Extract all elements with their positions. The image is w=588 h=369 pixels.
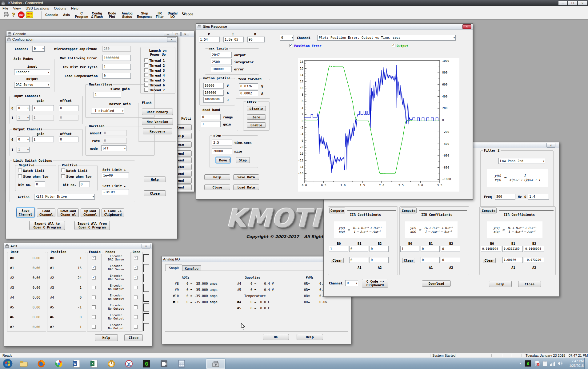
plot-type-select[interactable]: Plot: Position Error, Output vs Time, se…	[317, 35, 456, 41]
thread2-checkbox[interactable]	[144, 63, 148, 67]
toolbar-config-flash-button[interactable]: Config& Flash	[90, 11, 104, 19]
p-field[interactable]: 1.54	[199, 37, 220, 42]
motion-v-field[interactable]: 30000	[203, 83, 224, 89]
toolbar-c-program-button[interactable]: CProgram	[74, 11, 89, 19]
iir1-clear-button[interactable]: Clear	[331, 258, 344, 263]
analog-titlebar[interactable]: Analog I/O	[162, 256, 351, 262]
taskbar-snipping-tool[interactable]	[121, 359, 137, 368]
max-output-field[interactable]: 2047	[211, 52, 232, 58]
output-ch0-gain[interactable]: 1	[32, 137, 54, 142]
tab-snap0[interactable]: Snap0	[166, 264, 182, 271]
recovery-button[interactable]: Recovery	[143, 128, 172, 134]
taskbar-word[interactable]: W	[68, 359, 85, 368]
maximize-icon[interactable]: ❒	[568, 1, 577, 6]
new-version-button[interactable]: New Version	[142, 118, 173, 125]
iir3-a1[interactable]: 1.60679	[502, 257, 523, 263]
taskbar-device-app[interactable]	[156, 359, 172, 368]
iir2-b0[interactable]: 1	[400, 246, 419, 252]
filter-close-icon[interactable]: ×	[546, 143, 555, 148]
position-error-checkbox[interactable]	[289, 44, 293, 47]
configuration-titlebar[interactable]: Configuration ×	[6, 37, 177, 42]
filter-channel-select[interactable]: 0	[345, 280, 358, 286]
load-data-button[interactable]: Load Data	[233, 184, 259, 190]
freq-field[interactable]: 500	[495, 194, 515, 200]
load-channel-button[interactable]: LoadChannel	[37, 208, 55, 217]
menu-usb-locations[interactable]: USB Locations	[23, 6, 51, 10]
console-minimize-icon[interactable]: —	[164, 32, 172, 36]
thread4-checkbox[interactable]	[144, 73, 148, 77]
taskbar-chrome[interactable]	[50, 359, 67, 368]
filter-download-button[interactable]: Download	[422, 280, 451, 287]
neg-watch-limit-checkbox[interactable]	[18, 169, 22, 172]
lead-compensation-field[interactable]: 0	[102, 73, 131, 79]
tray-volume-icon[interactable]	[558, 361, 563, 366]
config-channel-select[interactable]: 0	[32, 46, 45, 52]
configuration-close-icon[interactable]: ×	[167, 37, 176, 42]
neg-stop-when-low-checkbox[interactable]	[18, 174, 22, 178]
motion-j-field[interactable]: 100000000	[203, 97, 224, 103]
thread5-checkbox[interactable]	[144, 78, 148, 82]
input-ch0-gain[interactable]: 1	[32, 105, 54, 111]
toolbar-analog-status-button[interactable]: AnalogStatus	[120, 11, 134, 19]
analog-help-button[interactable]: Help	[297, 334, 323, 340]
thread3-checkbox[interactable]	[144, 68, 148, 72]
step-button[interactable]: Step	[236, 157, 250, 163]
menu-view[interactable]: View	[11, 6, 23, 10]
filter-help-button[interactable]: Help	[489, 281, 512, 287]
tray-clipboard-icon[interactable]	[542, 361, 548, 367]
toolbar-console-button[interactable]: Console	[44, 11, 60, 19]
iir3-b1[interactable]: 0.0332189	[502, 246, 523, 252]
taskbar-led-display[interactable]: G	[138, 359, 155, 368]
user-memory-button[interactable]: User Memory	[142, 109, 173, 115]
taskbar-kmotion-active[interactable]	[206, 359, 225, 369]
neg-bit-field[interactable]: 0	[35, 181, 45, 187]
taskbar-excel[interactable]: X	[86, 359, 102, 368]
input-mode-select[interactable]: Encoder	[14, 69, 50, 75]
feed-hold-icon[interactable]: FEEDHOLD	[26, 11, 33, 18]
axis5-enable-checkbox[interactable]	[92, 305, 96, 309]
servo-enable-button[interactable]: Enable	[247, 122, 266, 128]
save-data-button[interactable]: Save Data	[233, 174, 259, 180]
thread6-checkbox[interactable]	[144, 83, 148, 87]
taskbar-firefox[interactable]	[33, 359, 50, 368]
axis-titlebar[interactable]: Axis ×	[4, 243, 152, 249]
toolbar-gcode-button[interactable]: Gcode	[180, 11, 195, 19]
iir2-b2[interactable]: 0	[441, 246, 460, 252]
tray-action-center-icon[interactable]: x	[534, 361, 540, 366]
start-button[interactable]	[2, 359, 13, 369]
iir2-clear-button[interactable]: Clear	[402, 258, 415, 263]
iir3-compute-button[interactable]: Compute	[481, 208, 497, 213]
step-close-icon[interactable]: ✕	[462, 24, 471, 29]
taskbar-outlook[interactable]	[103, 359, 120, 368]
step-channel-select[interactable]: 0	[280, 35, 294, 41]
slave-gain-field[interactable]: 1	[94, 92, 121, 98]
output-mode-select[interactable]: DAC Servo	[14, 82, 50, 88]
step-help-button[interactable]: Help	[204, 174, 230, 180]
step-time-field[interactable]: 3.5	[212, 140, 232, 145]
stop-icon[interactable]: STOP	[18, 11, 25, 18]
analog-ok-button[interactable]: OK	[263, 334, 289, 340]
close-icon[interactable]: ×	[578, 1, 587, 6]
config-close-button[interactable]: Close	[144, 190, 166, 196]
iir3-a2[interactable]: -0.673229	[524, 257, 544, 263]
d-field[interactable]: 90	[247, 37, 265, 42]
axis0-enable-checkbox[interactable]	[92, 256, 96, 260]
tray-clock[interactable]: 7:47 PM1/23/2018	[568, 359, 584, 368]
iir1-compute-button[interactable]: Compute	[329, 208, 345, 213]
menu-options[interactable]: Options	[51, 6, 69, 10]
toolbar-iir-filter-button[interactable]: IIRFilter	[154, 11, 165, 19]
axis-help-button[interactable]: Help	[95, 334, 118, 341]
servo-zero-button[interactable]: Zero	[247, 114, 266, 120]
toolbar-digital-io-button[interactable]: DigitalI/O	[166, 11, 179, 19]
step-titlebar[interactable]: Step Response ✕	[196, 24, 473, 30]
toolbar-step-response-button[interactable]: StepResponse	[136, 11, 153, 19]
tray-network-icon[interactable]	[550, 361, 555, 366]
ff-a-field[interactable]: 0.0002	[239, 90, 258, 96]
axis7-enable-checkbox[interactable]	[92, 325, 96, 329]
iir2-compute-button[interactable]: Compute	[401, 208, 417, 213]
taskbar-calculator[interactable]	[173, 359, 190, 368]
max-integrator-field[interactable]: 2500	[211, 59, 232, 65]
soft-limit-plus-field[interactable]: 1e+09	[102, 173, 129, 178]
motion-a-field[interactable]: 100000	[203, 90, 224, 96]
dead-gain-field[interactable]: 1	[201, 121, 221, 127]
